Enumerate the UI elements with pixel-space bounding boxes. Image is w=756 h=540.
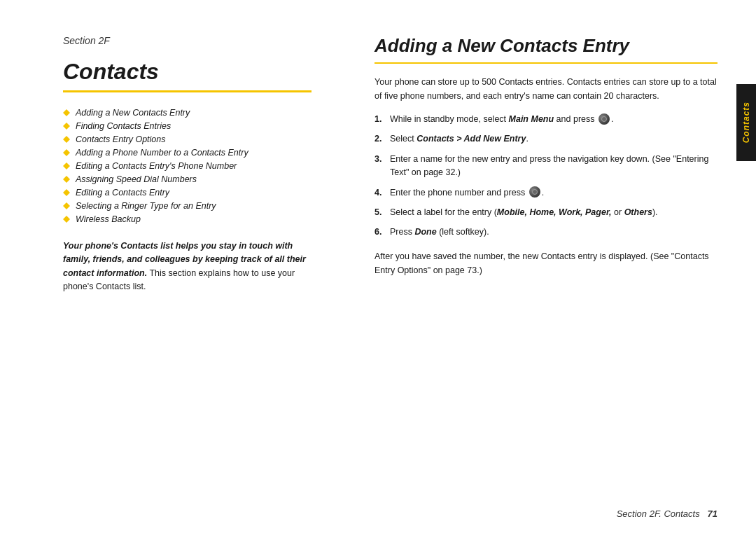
section-rule bbox=[374, 62, 718, 64]
toc-item: Selecting a Ringer Type for an Entry bbox=[63, 201, 312, 211]
toc-item: Assigning Speed Dial Numbers bbox=[63, 174, 312, 184]
toc-bullet-icon bbox=[63, 123, 70, 130]
toc-item-label: Selecting a Ringer Type for an Entry bbox=[76, 201, 216, 211]
step-text: Enter the phone number and press . bbox=[390, 186, 718, 200]
toc-item-label: Assigning Speed Dial Numbers bbox=[76, 174, 197, 184]
step-text: Press Done (left softkey). bbox=[390, 226, 718, 239]
left-column: Section 2F Contacts Adding a New Contact… bbox=[0, 0, 343, 540]
right-column: Adding a New Contacts Entry Your phone c… bbox=[343, 0, 756, 540]
step-item: 4.Enter the phone number and press . bbox=[374, 186, 718, 200]
section-label: Section 2F bbox=[63, 35, 312, 46]
step-number: 4. bbox=[374, 186, 387, 200]
step-text: Select Contacts > Add New Entry. bbox=[390, 132, 718, 146]
toc-bullet-icon bbox=[63, 162, 70, 169]
toc-item-label: Editing a Contacts Entry's Phone Number bbox=[76, 161, 237, 171]
side-tab: Contacts bbox=[736, 84, 756, 161]
toc-item: Contacts Entry Options bbox=[63, 134, 312, 144]
toc-item: Editing a Contacts Entry bbox=[63, 188, 312, 198]
toc-bullet-icon bbox=[63, 216, 70, 223]
step-item: 6.Press Done (left softkey). bbox=[374, 226, 718, 239]
step-number: 5. bbox=[374, 206, 387, 219]
side-tab-label: Contacts bbox=[741, 102, 751, 143]
page-container: Section 2F Contacts Adding a New Contact… bbox=[0, 0, 756, 540]
after-steps-text: After you have saved the number, the new… bbox=[374, 249, 718, 277]
footer-label: Section 2F. Contacts bbox=[617, 508, 700, 519]
toc-item-label: Finding Contacts Entries bbox=[76, 121, 171, 131]
toc-item: Editing a Contacts Entry's Phone Number bbox=[63, 161, 312, 171]
toc-bullet-icon bbox=[63, 149, 70, 156]
toc-item: Finding Contacts Entries bbox=[63, 121, 312, 131]
toc-item-label: Adding a New Contacts Entry bbox=[76, 108, 190, 118]
toc-item: Adding a Phone Number to a Contacts Entr… bbox=[63, 148, 312, 158]
step-number: 6. bbox=[374, 226, 387, 239]
toc-list: Adding a New Contacts EntryFinding Conta… bbox=[63, 108, 312, 224]
intro-text: Your phone's Contacts list helps you sta… bbox=[63, 240, 312, 294]
step-item: 3.Enter a name for the new entry and pre… bbox=[374, 153, 718, 180]
toc-bullet-icon bbox=[63, 109, 70, 116]
toc-bullet-icon bbox=[63, 189, 70, 196]
toc-bullet-icon bbox=[63, 202, 70, 209]
step-text: While in standby mode, select Main Menu … bbox=[390, 113, 718, 126]
step-item: 1.While in standby mode, select Main Men… bbox=[374, 113, 718, 126]
chapter-title: Contacts bbox=[63, 59, 312, 85]
step-text: Enter a name for the new entry and press… bbox=[390, 153, 718, 180]
nav-key-icon bbox=[529, 186, 540, 198]
step-item: 5.Select a label for the entry (Mobile, … bbox=[374, 206, 718, 219]
toc-item-label: Adding a Phone Number to a Contacts Entr… bbox=[76, 148, 248, 158]
toc-item: Adding a New Contacts Entry bbox=[63, 108, 312, 118]
toc-item-label: Contacts Entry Options bbox=[76, 134, 166, 144]
toc-item: Wireless Backup bbox=[63, 214, 312, 224]
toc-item-label: Wireless Backup bbox=[76, 214, 141, 224]
intro-paragraph: Your phone can store up to 500 Contacts … bbox=[374, 75, 718, 103]
footer: Section 2F. Contacts 71 bbox=[617, 508, 718, 519]
step-number: 2. bbox=[374, 132, 387, 146]
chapter-rule bbox=[63, 90, 312, 92]
toc-bullet-icon bbox=[63, 176, 70, 183]
step-number: 1. bbox=[374, 113, 387, 126]
nav-key-icon bbox=[598, 113, 610, 125]
toc-item-label: Editing a Contacts Entry bbox=[76, 188, 169, 198]
step-item: 2.Select Contacts > Add New Entry. bbox=[374, 132, 718, 146]
toc-bullet-icon bbox=[63, 136, 70, 143]
page-number: 71 bbox=[708, 508, 718, 519]
section-page-title: Adding a New Contacts Entry bbox=[374, 35, 718, 57]
step-text: Select a label for the entry (Mobile, Ho… bbox=[390, 206, 718, 219]
steps-list: 1.While in standby mode, select Main Men… bbox=[374, 113, 718, 240]
step-number: 3. bbox=[374, 153, 387, 166]
